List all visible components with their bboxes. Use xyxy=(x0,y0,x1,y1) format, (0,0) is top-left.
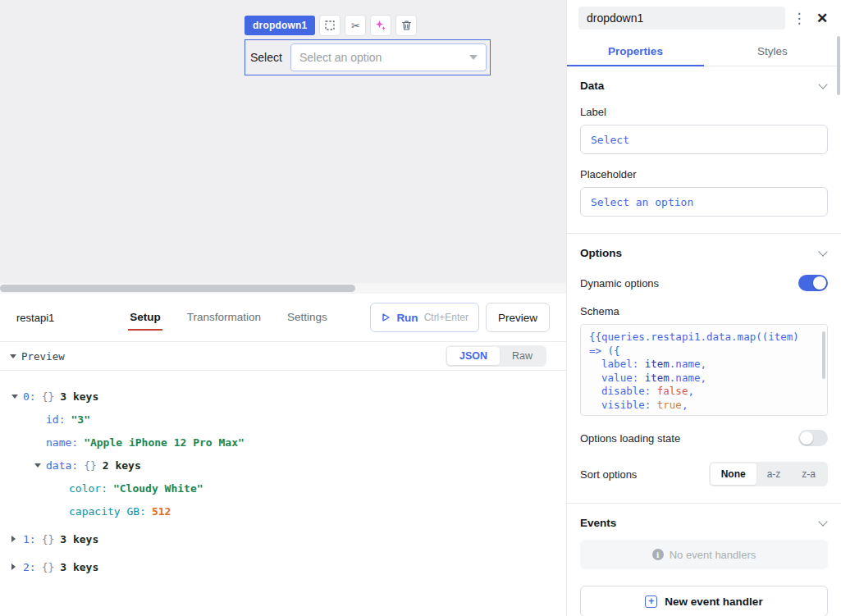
dropdown-widget-label: Select xyxy=(250,51,282,64)
dropdown-placeholder-text: Select an option xyxy=(299,51,382,64)
tree-value: "Cloudy White" xyxy=(113,482,203,495)
canvas-horizontal-scrollbar[interactable] xyxy=(0,283,566,294)
new-event-handler-button[interactable]: + New event handler xyxy=(580,586,828,616)
info-icon: i xyxy=(652,549,664,560)
tree-row[interactable]: 2: {} 3 keys xyxy=(8,559,558,574)
tree-key: 1: xyxy=(23,533,36,545)
dropdown-widget-selected[interactable]: Select Select an option xyxy=(245,39,491,75)
dynamic-options-toggle[interactable] xyxy=(798,275,828,291)
expand-caret-icon[interactable] xyxy=(11,395,18,399)
tree-row[interactable]: color: "Cloudy White" xyxy=(8,481,558,495)
widget-name-input[interactable] xyxy=(578,7,785,30)
section-options-header[interactable]: Options xyxy=(580,247,828,259)
code-token: => ({ xyxy=(589,345,620,357)
chevron-down-icon[interactable] xyxy=(818,517,827,526)
tab-settings[interactable]: Settings xyxy=(286,304,329,331)
schema-code-editor[interactable]: {{queries.restapi1.data.map((item) => ({… xyxy=(580,324,828,416)
section-divider xyxy=(567,233,841,234)
placeholder-value-input[interactable]: Select an option xyxy=(580,187,828,217)
select-parent-button[interactable] xyxy=(319,15,341,36)
section-title: Options xyxy=(580,247,622,259)
object-brace: {} xyxy=(84,459,97,472)
options-loading-row: Options loading state xyxy=(580,430,828,446)
toggle-knob xyxy=(813,276,826,290)
keys-count: 3 keys xyxy=(60,533,98,545)
toggle-raw[interactable]: Raw xyxy=(500,347,545,365)
run-query-button[interactable]: Run Ctrl+Enter xyxy=(370,303,479,332)
options-loading-toggle[interactable] xyxy=(798,430,828,446)
code-token: .name, xyxy=(670,358,706,370)
preview-query-button[interactable]: Preview xyxy=(486,303,550,332)
query-name[interactable]: restapi1 xyxy=(16,312,54,324)
preview-format-toggle: JSON Raw xyxy=(446,345,546,367)
collapsed-caret-icon[interactable] xyxy=(11,564,16,570)
options-loading-label: Options loading state xyxy=(580,432,680,445)
tree-row[interactable]: capacity GB: 512 xyxy=(8,504,558,518)
scrollbar-thumb[interactable] xyxy=(0,285,355,292)
chevron-down-icon[interactable] xyxy=(818,247,827,256)
section-events-header[interactable]: Events xyxy=(580,517,828,529)
sort-za-button[interactable]: z-a xyxy=(791,463,826,485)
toggle-json[interactable]: JSON xyxy=(447,347,500,365)
tree-row[interactable]: name: "Apple iPhone 12 Pro Max" xyxy=(8,435,558,449)
tree-row[interactable]: 0: {} 3 keys xyxy=(8,389,558,404)
tree-key: name: xyxy=(46,436,78,449)
code-token: visible: xyxy=(589,399,657,411)
tree-key: color: xyxy=(69,482,107,495)
delete-widget-button[interactable] xyxy=(395,15,417,36)
close-icon[interactable]: ✕ xyxy=(813,10,831,27)
chevron-down-icon[interactable] xyxy=(818,80,827,89)
object-brace: {} xyxy=(42,390,55,403)
panel-vertical-scrollbar[interactable] xyxy=(837,36,840,95)
preview-section-toggle[interactable]: Preview xyxy=(8,350,65,363)
dynamic-options-row: Dynamic options xyxy=(580,275,828,291)
toggle-knob xyxy=(800,431,813,445)
tree-row[interactable]: 1: {} 3 keys xyxy=(8,532,558,546)
no-event-handlers-box: i No event handlers xyxy=(580,540,828,569)
preview-bar: Preview JSON Raw xyxy=(0,341,566,371)
keys-count: 2 keys xyxy=(103,459,141,472)
code-token: , xyxy=(682,399,688,411)
tab-properties[interactable]: Properties xyxy=(567,36,704,66)
tree-key: 2: xyxy=(23,561,36,573)
dropdown-widget-control[interactable]: Select an option xyxy=(290,43,487,71)
sort-none-button[interactable]: None xyxy=(711,463,756,485)
collapse-caret-icon xyxy=(10,354,16,358)
widget-inspector-panel: ⋮ ✕ Properties Styles Data Label Select … xyxy=(566,0,841,616)
object-brace: {} xyxy=(42,533,55,545)
collapsed-caret-icon[interactable] xyxy=(11,536,16,542)
chevron-down-icon xyxy=(469,55,478,60)
code-token: true xyxy=(657,399,682,411)
cut-button[interactable]: ✂ xyxy=(345,15,366,36)
widget-toolbar: dropdown1 ✂ xyxy=(245,15,417,36)
tree-row[interactable]: id: "3" xyxy=(8,412,558,427)
code-token: .name, xyxy=(670,372,706,384)
code-token: label: xyxy=(589,358,645,370)
keys-count: 3 keys xyxy=(60,390,98,403)
expand-caret-icon[interactable] xyxy=(34,463,41,468)
tab-styles[interactable]: Styles xyxy=(704,36,841,66)
placeholder-field-label: Placeholder xyxy=(580,168,828,180)
tab-setup[interactable]: Setup xyxy=(128,304,162,331)
widget-name-badge[interactable]: dropdown1 xyxy=(245,16,315,35)
label-value-input[interactable]: Select xyxy=(580,125,828,154)
sort-az-button[interactable]: a-z xyxy=(756,463,792,485)
tree-key: capacity GB: xyxy=(69,505,146,518)
section-title: Events xyxy=(580,517,616,529)
app-canvas[interactable]: dropdown1 ✂ xyxy=(0,0,566,283)
code-token: disable: xyxy=(589,385,657,397)
section-data-header[interactable]: Data xyxy=(580,80,828,92)
run-label: Run xyxy=(396,312,418,324)
ai-assist-button[interactable] xyxy=(370,15,391,36)
code-token: item xyxy=(645,372,670,384)
code-token: {{queries.restapi1.data.map((item) xyxy=(589,331,799,343)
json-preview-tree: 0: {} 3 keys id: "3" name: "Apple iPhone… xyxy=(0,371,566,574)
code-token: , xyxy=(688,385,694,397)
kebab-menu-icon[interactable]: ⋮ xyxy=(792,10,807,27)
tab-transformation[interactable]: Transformation xyxy=(185,304,263,331)
keys-count: 3 keys xyxy=(60,561,98,573)
empty-events-text: No event handlers xyxy=(670,549,756,561)
code-scrollbar[interactable] xyxy=(822,331,825,379)
tree-key: data: xyxy=(46,459,78,472)
tree-row[interactable]: data: {} 2 keys xyxy=(8,458,558,472)
